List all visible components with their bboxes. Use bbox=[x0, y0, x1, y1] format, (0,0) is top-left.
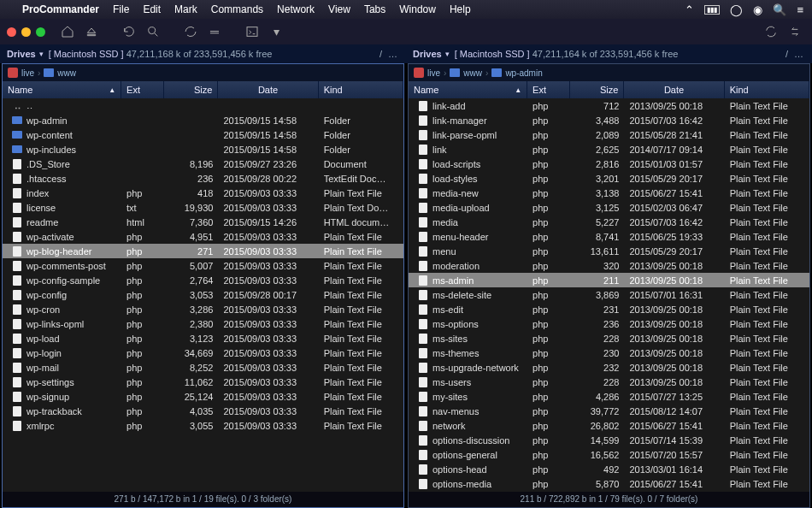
file-row[interactable]: wp-mailphp8,2522015/09/03 03:33Plain Tex… bbox=[3, 360, 403, 375]
file-row[interactable]: wp-loadphp3,1232015/09/03 03:33Plain Tex… bbox=[3, 331, 403, 346]
file-row[interactable]: wp-blog-headerphp2712015/09/03 03:33Plai… bbox=[3, 244, 403, 258]
file-row[interactable]: networkphp26,8022015/06/27 15:41Plain Te… bbox=[409, 418, 809, 433]
file-row[interactable]: media-uploadphp3,1252015/02/03 06:47Plai… bbox=[409, 200, 809, 215]
menu-help[interactable]: Help bbox=[450, 3, 471, 15]
path-nav[interactable]: / … bbox=[380, 49, 399, 59]
file-row[interactable]: ms-usersphp2282013/09/25 00:18Plain Text… bbox=[409, 375, 809, 389]
file-row[interactable]: nav-menusphp39,7722015/08/12 14:07Plain … bbox=[409, 404, 809, 418]
file-row[interactable]: moderationphp3202013/09/25 00:18Plain Te… bbox=[409, 258, 809, 273]
file-row[interactable]: wp-cronphp3,2862015/09/03 03:33Plain Tex… bbox=[3, 302, 403, 316]
breadcrumb-segment[interactable]: live bbox=[427, 68, 440, 78]
menu-edit[interactable]: Edit bbox=[143, 3, 161, 15]
file-row[interactable]: indexphp4182015/09/03 03:33Plain Text Fi… bbox=[3, 186, 403, 200]
file-row[interactable]: ms-optionsphp2362013/09/25 00:18Plain Te… bbox=[409, 316, 809, 331]
file-row[interactable]: options-headphp4922013/03/01 16:14Plain … bbox=[409, 462, 809, 476]
left-breadcrumb[interactable]: live › www bbox=[3, 64, 403, 81]
window-controls[interactable] bbox=[7, 27, 45, 37]
breadcrumb-segment[interactable]: wp-admin bbox=[505, 68, 542, 78]
menu-commands[interactable]: Commands bbox=[211, 3, 263, 15]
user-icon[interactable]: ◉ bbox=[753, 3, 762, 16]
menu-mark[interactable]: Mark bbox=[174, 3, 197, 15]
col-date[interactable]: Date bbox=[218, 81, 318, 98]
file-row[interactable]: options-mediaphp5,8702015/06/27 15:41Pla… bbox=[409, 476, 809, 491]
file-row[interactable]: wp-settingsphp11,0622015/09/03 03:33Plai… bbox=[3, 375, 403, 389]
file-row[interactable]: wp-trackbackphp4,0352015/09/03 03:33Plai… bbox=[3, 404, 403, 418]
dropdown-icon[interactable]: ▾ bbox=[266, 22, 286, 41]
file-row[interactable]: link-managerphp3,4882015/07/03 16:42Plai… bbox=[409, 113, 809, 127]
file-row[interactable]: wp-includes2015/09/15 14:58Folder bbox=[3, 142, 403, 157]
file-row[interactable]: load-stylesphp3,2012015/05/29 20:17Plain… bbox=[409, 171, 809, 186]
sync-panes-icon[interactable] bbox=[761, 22, 781, 41]
file-row[interactable]: ms-themesphp2302013/09/25 00:18Plain Tex… bbox=[409, 346, 809, 360]
col-size[interactable]: Size bbox=[570, 81, 625, 98]
file-row[interactable]: options-generalphp16,5622015/07/20 15:57… bbox=[409, 447, 809, 462]
file-row[interactable]: my-sitesphp4,2862015/07/27 13:25Plain Te… bbox=[409, 389, 809, 404]
file-row[interactable]: wp-links-opmlphp2,3802015/09/03 03:33Pla… bbox=[3, 316, 403, 331]
col-kind[interactable]: Kind bbox=[725, 81, 809, 98]
file-row[interactable]: .htaccess2362015/09/28 00:22TextEdit Doc… bbox=[3, 171, 403, 186]
file-row[interactable]: mediaphp5,2272015/07/03 16:42Plain Text … bbox=[409, 215, 809, 229]
battery-icon[interactable]: ▮▮▮ bbox=[704, 5, 720, 15]
app-name[interactable]: ProCommander bbox=[22, 3, 99, 15]
menu-file[interactable]: File bbox=[113, 3, 129, 15]
file-row[interactable]: wp-admin2015/09/15 14:58Folder bbox=[3, 113, 403, 127]
eject-icon[interactable] bbox=[81, 22, 102, 41]
file-row[interactable]: ms-delete-sitephp3,8692015/07/01 16:31Pl… bbox=[409, 287, 809, 302]
file-row[interactable]: load-scriptsphp2,8162015/01/03 01:57Plai… bbox=[409, 157, 809, 171]
path-nav[interactable]: / … bbox=[786, 49, 805, 59]
drives-label[interactable]: Drives bbox=[7, 49, 36, 59]
col-name[interactable]: Name▲ bbox=[409, 81, 527, 98]
drives-label[interactable]: Drives bbox=[413, 49, 442, 59]
file-row[interactable]: options-discussionphp14,5992015/07/14 15… bbox=[409, 433, 809, 447]
file-row[interactable]: xmlrpcphp3,0552015/09/03 03:33Plain Text… bbox=[3, 418, 403, 433]
file-row[interactable]: media-newphp3,1382015/06/27 15:41Plain T… bbox=[409, 186, 809, 200]
breadcrumb-segment[interactable]: www bbox=[463, 68, 482, 78]
menu-tabs[interactable]: Tabs bbox=[364, 3, 385, 15]
menu-window[interactable]: Window bbox=[399, 3, 436, 15]
file-row[interactable]: wp-activatephp4,9512015/09/03 03:33Plain… bbox=[3, 229, 403, 244]
breadcrumb-segment[interactable]: live bbox=[21, 68, 34, 78]
chevron-down-icon[interactable]: ▾ bbox=[445, 50, 450, 58]
swap-panes-icon[interactable] bbox=[785, 22, 805, 41]
search-pane-icon[interactable] bbox=[143, 22, 163, 41]
equal-panes-icon[interactable]: ═ bbox=[204, 22, 225, 41]
menu-network[interactable]: Network bbox=[277, 3, 315, 15]
right-breadcrumb[interactable]: live › www › wp-admin bbox=[409, 64, 809, 81]
file-row[interactable]: menu-headerphp8,7412015/06/25 19:33Plain… bbox=[409, 229, 809, 244]
file-row[interactable]: ms-sitesphp2282013/09/25 00:18Plain Text… bbox=[409, 331, 809, 346]
file-row[interactable]: linkphp2,6252014/07/17 09:14Plain Text F… bbox=[409, 142, 809, 157]
breadcrumb-segment[interactable]: www bbox=[57, 68, 76, 78]
file-row[interactable]: wp-signupphp25,1242015/09/03 03:33Plain … bbox=[3, 389, 403, 404]
refresh-both-icon[interactable] bbox=[180, 22, 201, 41]
col-kind[interactable]: Kind bbox=[319, 81, 403, 98]
file-row[interactable]: ‥ bbox=[3, 98, 403, 113]
col-ext[interactable]: Ext bbox=[527, 81, 570, 98]
file-row[interactable]: wp-configphp3,0532015/09/28 00:17Plain T… bbox=[3, 287, 403, 302]
file-row[interactable]: readmehtml7,3602015/09/15 14:26HTML docu… bbox=[3, 215, 403, 229]
chevron-down-icon[interactable]: ▾ bbox=[39, 50, 44, 58]
right-filelist[interactable]: link-addphp7122013/09/25 00:18Plain Text… bbox=[409, 98, 809, 492]
col-name[interactable]: Name▲ bbox=[3, 81, 121, 98]
col-date[interactable]: Date bbox=[624, 81, 724, 98]
menu-view[interactable]: View bbox=[328, 3, 350, 15]
col-size[interactable]: Size bbox=[164, 81, 219, 98]
sync-icon[interactable]: ◯ bbox=[730, 3, 743, 16]
left-filelist[interactable]: ‥wp-admin2015/09/15 14:58Folderwp-conten… bbox=[3, 98, 403, 492]
file-row[interactable]: ms-upgrade-networkphp2322013/09/25 00:18… bbox=[409, 360, 809, 375]
wifi-icon[interactable]: ⌃ bbox=[685, 3, 694, 16]
col-ext[interactable]: Ext bbox=[121, 81, 164, 98]
file-row[interactable]: licensetxt19,9302015/09/03 03:33Plain Te… bbox=[3, 200, 403, 215]
home-icon[interactable] bbox=[57, 22, 78, 41]
file-row[interactable]: wp-config-samplephp2,7642015/09/03 03:33… bbox=[3, 273, 403, 287]
file-row[interactable]: link-addphp7122013/09/25 00:18Plain Text… bbox=[409, 98, 809, 113]
file-row[interactable]: wp-comments-postphp5,0072015/09/03 03:33… bbox=[3, 258, 403, 273]
file-row[interactable]: .DS_Store8,1962015/09/27 23:26Document bbox=[3, 157, 403, 171]
file-row[interactable]: link-parse-opmlphp2,0892015/05/28 21:41P… bbox=[409, 127, 809, 142]
search-icon[interactable]: 🔍 bbox=[773, 3, 786, 16]
file-row[interactable]: ms-adminphp2112013/09/25 00:18Plain Text… bbox=[409, 273, 809, 287]
reload-icon[interactable] bbox=[119, 22, 139, 41]
file-row[interactable]: wp-content2015/09/15 14:58Folder bbox=[3, 127, 403, 142]
file-row[interactable]: wp-loginphp34,6692015/09/03 03:33Plain T… bbox=[3, 346, 403, 360]
file-row[interactable]: ms-editphp2312013/09/25 00:18Plain Text … bbox=[409, 302, 809, 316]
menu-icon[interactable]: ≡ bbox=[797, 3, 803, 16]
